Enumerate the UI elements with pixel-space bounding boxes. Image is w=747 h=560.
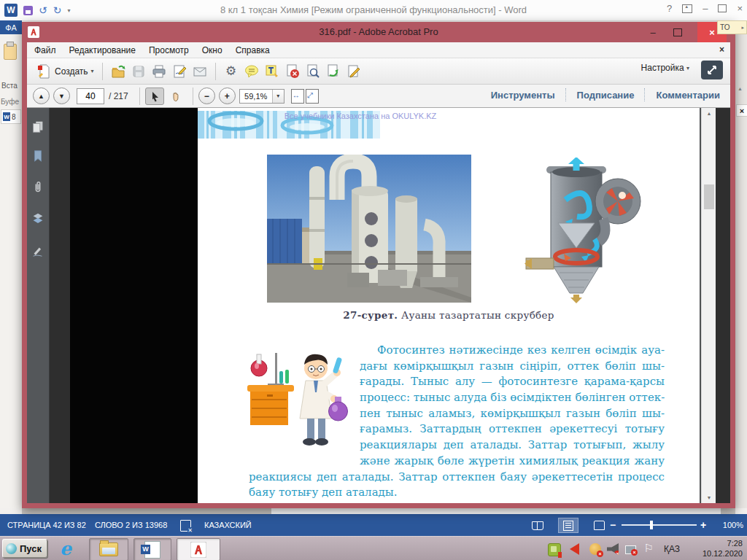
export-button[interactable] [323, 62, 344, 81]
internet-explorer-icon[interactable]: e [60, 538, 71, 559]
scroll-down-icon[interactable]: ▼ [702, 492, 716, 503]
expand-tab-icon[interactable]: ▸ [741, 25, 744, 31]
word-file-tab[interactable]: ФА [0, 20, 22, 34]
fit-width-button[interactable] [291, 89, 304, 104]
zoom-slider-track[interactable] [622, 524, 697, 526]
menu-view[interactable]: Просмотр [149, 45, 189, 55]
language-status[interactable]: КАЗАХСКИЙ [204, 521, 252, 529]
tray-alert-horn-icon[interactable] [570, 543, 579, 555]
attachments-icon[interactable] [29, 179, 47, 196]
word-right-ribbon-tab[interactable]: ТО ▸ [717, 20, 747, 34]
gear-icon[interactable]: ⚙ [221, 62, 241, 81]
email-button[interactable] [190, 62, 210, 81]
select-tool-button[interactable] [145, 88, 164, 105]
read-mode-button[interactable] [528, 518, 547, 532]
pdf-text-line: реакциялары деп аталады. Заттар тотығып,… [360, 438, 665, 454]
zoom-in-button[interactable]: + [219, 88, 236, 104]
comment-button[interactable] [241, 62, 262, 81]
pdf-page-dark-margin: Все учебники Казахстана на OKULYK.KZ [70, 108, 700, 503]
signatures-icon[interactable] [29, 242, 47, 260]
edit-text-button[interactable] [344, 62, 364, 81]
word-close-button[interactable]: × [737, 3, 743, 14]
delete-pages-button[interactable] [282, 62, 303, 81]
zoom-slider-thumb[interactable] [650, 521, 653, 529]
save-file-button[interactable] [128, 62, 149, 81]
scrollbar-thumb[interactable] [704, 184, 714, 209]
zoom-percentage[interactable]: 100% [711, 521, 743, 529]
page-number-input[interactable] [77, 88, 104, 104]
acrobat-document-area: Все учебники Казахстана на OKULYK.KZ [27, 108, 730, 503]
tray-volume-muted-icon[interactable]: × [607, 543, 619, 555]
word-document-tab[interactable]: W 8 [1, 109, 21, 124]
zoom-dropdown-icon[interactable]: ▾ [272, 90, 284, 103]
print-layout-icon [563, 521, 573, 531]
tray-language-indicator[interactable]: ҚАЗ [664, 544, 680, 554]
tools-panel-tab[interactable]: Инструменты [491, 90, 555, 101]
bookmarks-icon[interactable] [29, 147, 47, 165]
acrobat-title-bar[interactable]: 316.pdf - Adobe Acrobat Pro – × [22, 22, 735, 42]
start-button[interactable]: Пуск [2, 539, 47, 558]
proofing-icon[interactable] [180, 520, 191, 532]
page-thumbnails-icon[interactable] [29, 118, 47, 136]
print-layout-button[interactable] [559, 518, 578, 532]
word-count-status[interactable]: СЛОВО 2 ИЗ 13968 [95, 521, 167, 529]
taskbar-word-button[interactable] [133, 538, 171, 560]
tray-security-warning-icon[interactable]: × [589, 543, 601, 555]
acrobat-maximize-button[interactable] [668, 22, 687, 42]
next-page-button[interactable]: ▼ [53, 88, 70, 104]
print-icon [151, 63, 167, 79]
settings-button[interactable]: Настройка ▾ [641, 63, 689, 73]
word-window-title: 8 кл 1 тоқсан Химия [Режим ограниченной … [0, 4, 747, 15]
ribbon-collapse-icon[interactable]: ▲ [738, 86, 743, 91]
sign-button[interactable] [169, 62, 190, 81]
extract-pages-button[interactable] [303, 62, 323, 81]
menu-file[interactable]: Файл [34, 45, 56, 55]
tray-clock[interactable]: 7:28 10.12.2020 [686, 538, 743, 559]
menu-pin-icon[interactable]: × [719, 44, 724, 55]
zoom-out-button[interactable]: − [198, 88, 215, 104]
word-taskbar-icon [144, 541, 160, 559]
zoom-out-button[interactable]: − [610, 519, 616, 531]
ribbon-display-options-icon[interactable] [682, 4, 692, 13]
taskbar-acrobat-button[interactable] [177, 538, 220, 560]
document-pane[interactable]: Все учебники Казахстана на OKULYK.KZ [50, 108, 716, 503]
word-restore-button[interactable] [718, 4, 727, 12]
menu-edit[interactable]: Редактирование [69, 45, 136, 55]
print-button[interactable] [149, 62, 169, 81]
menu-help[interactable]: Справка [236, 45, 270, 55]
zoom-level-select[interactable]: 59,1% ▾ [239, 89, 285, 104]
hand-tool-button[interactable] [166, 88, 185, 105]
right-tab-label: ТО [720, 23, 729, 31]
help-icon[interactable]: ? [667, 3, 672, 14]
word-minimize-button[interactable]: – [703, 3, 708, 14]
word-pane-close-icon[interactable]: × [736, 104, 747, 117]
tray-action-center-flag-icon[interactable]: ⚐ [644, 542, 654, 555]
sign-panel-tab[interactable]: Подписание [577, 90, 635, 101]
acrobat-window-title: 316.pdf - Adobe Acrobat Pro [22, 26, 735, 37]
layers-icon[interactable] [29, 210, 47, 228]
save-icon [131, 64, 146, 79]
comment-panel-tab[interactable]: Комментарии [656, 90, 720, 101]
create-pdf-button[interactable]: Создать ▾ [33, 62, 97, 81]
document-scrollbar[interactable]: ▲ ▼ [701, 108, 716, 503]
zoom-in-button[interactable]: + [700, 519, 706, 531]
previous-page-button[interactable]: ▲ [33, 88, 50, 104]
word-right-edge [735, 20, 747, 508]
settings-label: Настройка [641, 63, 684, 73]
highlight-text-button[interactable] [262, 62, 282, 81]
fullscreen-toggle-button[interactable] [701, 61, 723, 79]
diagonal-arrows-icon [706, 64, 718, 76]
pdf-page[interactable]: Все учебники Казахстана на OKULYK.KZ [198, 108, 700, 503]
page-count-status[interactable]: СТРАНИЦА 42 ИЗ 82 [7, 521, 86, 529]
scroll-up-icon[interactable]: ▲ [702, 108, 716, 119]
word-insert-label[interactable]: Вста [1, 82, 18, 90]
tray-network-disconnected-icon[interactable]: × [625, 545, 636, 554]
acrobat-minimize-button[interactable]: – [643, 22, 662, 42]
create-dropdown-icon[interactable]: ▾ [91, 68, 94, 74]
fit-page-button[interactable] [306, 89, 319, 104]
web-layout-button[interactable] [589, 518, 608, 532]
paste-icon[interactable] [4, 44, 17, 60]
taskbar-explorer-button[interactable] [89, 538, 128, 560]
menu-window[interactable]: Окно [202, 45, 222, 55]
open-file-button[interactable] [108, 62, 128, 81]
